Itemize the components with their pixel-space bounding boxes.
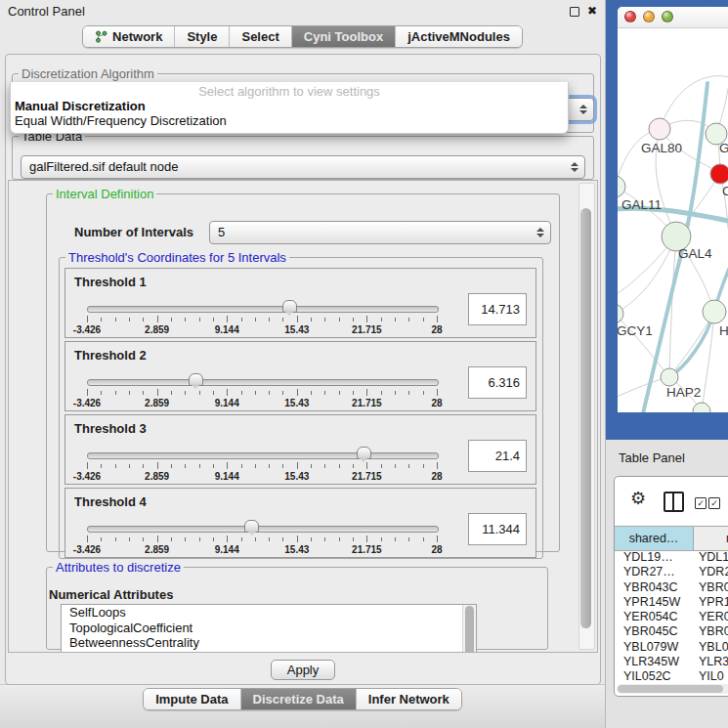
table-row[interactable]: YBR043CYBR0 — [615, 580, 728, 595]
cell-name: YER0 — [693, 610, 728, 624]
control-panel-titlebar: Control Panel ✖ — [0, 0, 605, 21]
combo-arrows-icon — [579, 105, 587, 114]
attribute-item-topologicalcoefficient[interactable]: TopologicalCoefficient — [62, 621, 476, 636]
horizontal-scrollbar[interactable] — [617, 684, 728, 694]
table-row[interactable]: YPR145WYPR1 — [615, 595, 728, 610]
slider-thumb[interactable] — [244, 520, 259, 533]
slider-thumb[interactable] — [189, 373, 203, 386]
table-row[interactable]: YLR345WYLR3 — [615, 655, 728, 669]
tick-label: 15.43 — [284, 398, 309, 408]
tab-style[interactable]: Style — [174, 26, 229, 47]
cell-name: YBR0 — [693, 624, 728, 639]
algorithm-options: Manual DiscretizationEqual Width/Frequen… — [11, 99, 568, 128]
cell-name: YLR3 — [693, 655, 728, 669]
slider-thumb[interactable] — [282, 300, 297, 313]
table-row[interactable]: YDL19…YDL1 — [615, 550, 728, 565]
slider-track — [87, 379, 439, 386]
network-edge[interactable] — [669, 236, 676, 377]
threshold-value-field[interactable]: 14.713 — [468, 293, 527, 325]
minimize-button[interactable] — [643, 11, 655, 22]
tab-select[interactable]: Select — [229, 26, 290, 47]
algorithm-option-equal-width-frequency-discretization[interactable]: Equal Width/Frequency Discretization — [11, 113, 568, 128]
float-window-icon[interactable] — [570, 7, 579, 17]
tab-label: Discretize Data — [253, 692, 344, 707]
table-row[interactable]: YER054CYER0 — [615, 610, 728, 624]
list-scrollbar-thumb[interactable] — [465, 606, 474, 653]
network-node[interactable] — [693, 403, 710, 412]
horizontal-scrollbar-thumb[interactable] — [618, 685, 723, 693]
table-row[interactable]: YBL079WYBL0 — [615, 640, 728, 655]
algorithm-option-manual-discretization[interactable]: Manual Discretization — [11, 99, 568, 113]
tick-label: 28 — [431, 544, 442, 555]
tab-label: Style — [187, 29, 217, 44]
tab-infer-network[interactable]: Infer Network — [356, 689, 461, 709]
number-of-intervals-combobox[interactable]: 5 — [209, 221, 551, 244]
tab-discretize-data[interactable]: Discretize Data — [240, 689, 356, 709]
node-label: HAP2 — [666, 385, 701, 400]
slider-track — [87, 452, 439, 459]
tick-label: 9.144 — [215, 544, 239, 555]
threshold-slider[interactable]: -3.4262.8599.14415.4321.71528 — [87, 447, 437, 482]
slider-thumb[interactable] — [357, 447, 371, 459]
threshold-slider[interactable]: -3.4262.8599.14415.4321.71528 — [87, 373, 437, 408]
cell-name: YDL1 — [693, 550, 728, 565]
network-canvas[interactable]: GAL80GACGAL11GAL4GCY1HHAP2 — [618, 28, 728, 412]
table-panel-card: ⚙ ✓ ✓ shared… n YDL19…YDL1YDR27…YDR2YBR0… — [614, 476, 728, 697]
interval-definition-title: Interval Definition — [53, 187, 156, 201]
network-node-h[interactable] — [703, 300, 726, 323]
table-row[interactable]: YIL052CYIL0 — [615, 669, 728, 682]
close-icon[interactable]: ✖ — [587, 4, 597, 18]
tick-label: 21.715 — [352, 324, 382, 335]
apply-button[interactable]: Apply — [271, 660, 336, 680]
tab-network[interactable]: Network — [83, 26, 174, 47]
list-scrollbar[interactable] — [462, 605, 476, 653]
threshold-value-field[interactable]: 6.316 — [468, 366, 527, 399]
cell-shared-name: YBR043C — [615, 580, 693, 595]
close-button[interactable] — [624, 11, 636, 22]
gear-icon[interactable]: ⚙ — [630, 490, 646, 507]
tab-cyni-toolbox[interactable]: Cyni Toolbox — [291, 26, 395, 47]
cell-shared-name: YLR345W — [615, 655, 693, 669]
tick-label: -3.426 — [73, 544, 101, 555]
tick-label: -3.426 — [73, 398, 101, 408]
tick-label: 28 — [431, 471, 442, 482]
checkbox-checked-icon[interactable]: ✓ — [695, 497, 707, 509]
tab-jactivemnodules[interactable]: jActiveMNodules — [395, 26, 522, 47]
tick-label: 2.859 — [145, 544, 169, 555]
table-row[interactable]: YDR27…YDR2 — [615, 565, 728, 579]
network-node-hap2[interactable] — [661, 368, 678, 386]
application-window: Control Panel ✖ NetworkStyleSelectCyni T… — [0, 0, 728, 728]
threshold-row-4: Threshold 4-3.4262.8599.14415.4321.71528… — [64, 488, 536, 558]
threshold-value-field[interactable]: 21.4 — [468, 440, 527, 472]
node-label: GAL80 — [641, 141, 682, 155]
tick-label: 2.859 — [145, 398, 169, 408]
vertical-scrollbar[interactable] — [578, 183, 595, 650]
network-node-gcy1[interactable] — [618, 304, 623, 323]
network-node-c[interactable] — [710, 164, 728, 184]
checkbox-checked-icon[interactable]: ✓ — [708, 497, 720, 509]
threshold-row-2: Threshold 2-3.4262.8599.14415.4321.71528… — [64, 341, 536, 411]
attribute-item-betweennesscentrality[interactable]: BetweennessCentrality — [62, 635, 476, 651]
threshold-value-field[interactable]: 11.344 — [468, 513, 527, 545]
zoom-button[interactable] — [662, 11, 673, 22]
table-header: shared… n — [615, 526, 728, 551]
threshold-slider[interactable]: -3.4262.8599.14415.4321.71528 — [87, 300, 437, 335]
column-header-name[interactable]: n — [694, 527, 728, 550]
network-node-gal11[interactable] — [618, 176, 625, 197]
network-window[interactable]: GAL80GACGAL11GAL4GCY1HHAP2 — [618, 7, 728, 412]
vertical-scrollbar-thumb[interactable] — [580, 208, 591, 628]
network-graph-icon — [95, 30, 107, 43]
column-header-shared-name[interactable]: shared… — [615, 527, 694, 550]
cell-shared-name: YBL079W — [615, 640, 693, 655]
slider-track — [87, 526, 439, 533]
split-columns-icon[interactable] — [664, 492, 684, 512]
node-label: GAL11 — [621, 197, 662, 212]
network-node-gal80[interactable] — [649, 118, 670, 140]
table-data-combobox[interactable]: galFiltered.sif default node — [21, 155, 585, 179]
table-row[interactable]: YBR045CYBR0 — [615, 624, 728, 639]
attribute-item-selfloops[interactable]: SelfLoops — [62, 605, 476, 621]
tab-impute-data[interactable]: Impute Data — [144, 689, 239, 709]
network-window-titlebar — [618, 7, 728, 28]
threshold-slider[interactable]: -3.4262.8599.14415.4321.71528 — [87, 520, 437, 555]
tick-label: 28 — [431, 324, 442, 335]
